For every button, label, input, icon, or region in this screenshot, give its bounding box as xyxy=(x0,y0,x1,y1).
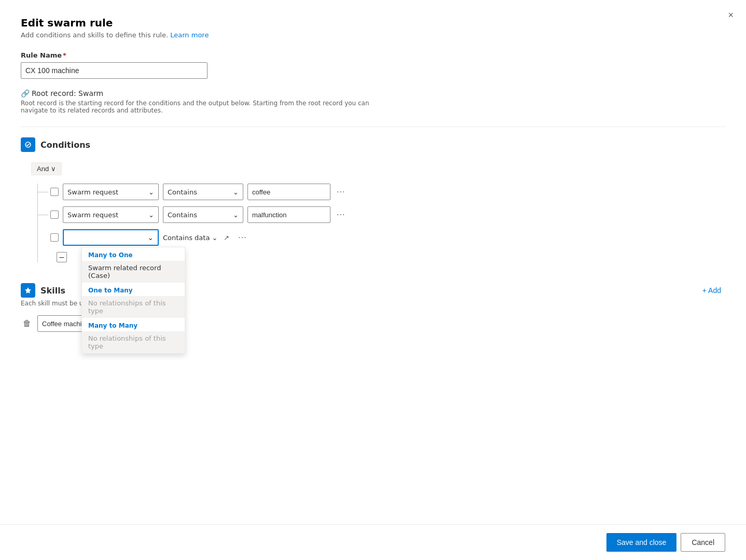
menu-note-one-to-many: No relationships of this type xyxy=(82,296,185,318)
condition2-operator-dropdown[interactable]: Contains ⌄ xyxy=(163,206,243,223)
subtitle-text: Add conditions and skills to define this… xyxy=(21,31,170,39)
chevron-down-icon: ⌄ xyxy=(233,211,239,219)
minus-button[interactable]: − xyxy=(57,252,67,262)
menu-group-many-to-one: Many to One xyxy=(82,247,185,261)
conditions-title: Conditions xyxy=(40,140,90,150)
root-record-icon: 🔗 xyxy=(21,89,30,97)
skills-header-left: Skills xyxy=(21,283,65,298)
rule-name-input[interactable] xyxy=(21,62,208,79)
footer-actions: Save and close Cancel xyxy=(0,524,746,560)
condition2-checkbox[interactable] xyxy=(50,211,59,219)
root-record-section: 🔗 Root record: Swarm Root record is the … xyxy=(21,89,725,114)
condition1-more-button[interactable]: ··· xyxy=(335,185,347,199)
menu-item-case[interactable]: Swarm related record (Case) xyxy=(82,261,185,283)
condition1-field-dropdown[interactable]: Swarm request ⌄ xyxy=(63,184,159,200)
condition1-value-input[interactable] xyxy=(247,184,330,200)
required-indicator: * xyxy=(63,51,66,59)
menu-note-many-to-many: No relationships of this type xyxy=(82,331,185,353)
divider xyxy=(21,127,725,127)
condition-row-3-wrapper: ⌄ Contains data ⌄ ↗ ··· Many to One Swar… xyxy=(50,229,725,246)
root-record-description: Root record is the starting record for t… xyxy=(21,100,384,114)
condition-row-2: Swarm request ⌄ Contains ⌄ ··· xyxy=(50,206,725,223)
condition1-checkbox[interactable] xyxy=(50,188,59,196)
condition2-field-dropdown[interactable]: Swarm request ⌄ xyxy=(63,206,159,223)
and-button[interactable]: And ∨ xyxy=(31,162,62,175)
add-skill-button[interactable]: + Add xyxy=(698,284,725,297)
conditions-header: Conditions xyxy=(21,137,725,152)
menu-group-many-to-many: Many to Many xyxy=(82,318,185,331)
condition1-operator-dropdown[interactable]: Contains ⌄ xyxy=(163,184,243,200)
skills-icon xyxy=(21,283,35,298)
chevron-down-icon: ⌄ xyxy=(233,188,239,196)
save-close-button[interactable]: Save and close xyxy=(606,533,677,552)
menu-group-one-to-many: One to Many xyxy=(82,283,185,296)
root-record-label: 🔗 Root record: Swarm xyxy=(21,89,725,97)
conditions-group: Swarm request ⌄ Contains ⌄ ··· Swarm req… xyxy=(37,184,725,262)
condition3-more-button[interactable]: ··· xyxy=(236,231,248,244)
chevron-icon: ∨ xyxy=(51,165,56,173)
learn-more-link[interactable]: Learn more xyxy=(170,31,209,39)
dialog-subtitle: Add conditions and skills to define this… xyxy=(21,31,725,39)
expand-button[interactable]: ↗ xyxy=(222,232,232,244)
chevron-down-icon: ⌄ xyxy=(148,211,154,219)
field-dropdown-menu: Many to One Swarm related record (Case) … xyxy=(81,247,185,354)
dialog-title: Edit swarm rule xyxy=(21,17,725,29)
delete-skill-button[interactable]: 🗑 xyxy=(21,317,33,330)
condition2-value-input[interactable] xyxy=(247,206,330,223)
close-button[interactable]: × xyxy=(726,8,736,22)
condition2-more-button[interactable]: ··· xyxy=(335,208,347,221)
condition-row-1: Swarm request ⌄ Contains ⌄ ··· xyxy=(50,184,725,200)
condition3-checkbox[interactable] xyxy=(50,233,59,242)
condition3-operator-dropdown[interactable]: Contains data ⌄ xyxy=(163,234,217,242)
condition3-field-dropdown[interactable]: ⌄ xyxy=(63,229,159,246)
skills-title: Skills xyxy=(40,286,65,296)
cancel-button[interactable]: Cancel xyxy=(681,533,725,552)
chevron-down-icon: ⌄ xyxy=(147,233,154,242)
conditions-icon xyxy=(21,137,35,152)
chevron-down-icon: ⌄ xyxy=(212,234,217,242)
dialog-container: × Edit swarm rule Add conditions and ski… xyxy=(0,0,746,560)
chevron-down-icon: ⌄ xyxy=(148,188,154,196)
conditions-area: And ∨ Swarm request ⌄ Contains ⌄ ··· xyxy=(31,162,725,262)
condition-row-3: ⌄ Contains data ⌄ ↗ ··· xyxy=(50,229,725,246)
rule-name-label: Rule Name* xyxy=(21,51,725,59)
